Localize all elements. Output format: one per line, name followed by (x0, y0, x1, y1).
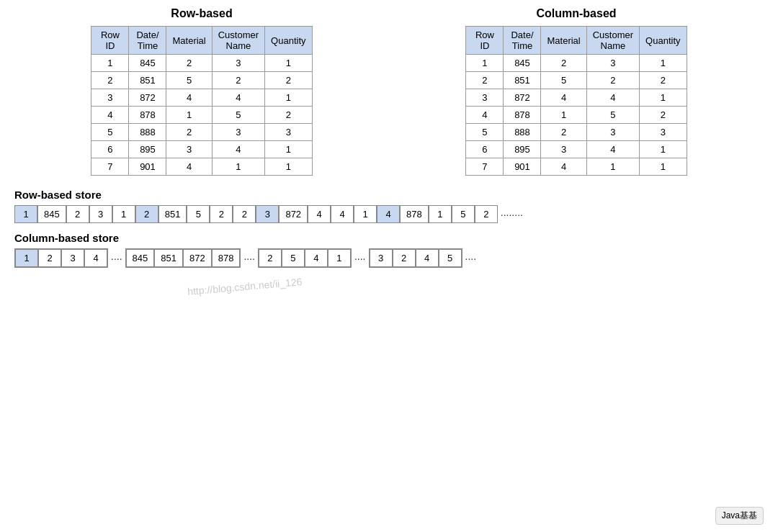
table-cell: 1 (166, 107, 212, 124)
col-header-customer: CustomerName (586, 27, 639, 55)
top-section: Row-based RowID Date/Time Material Custo… (14, 7, 764, 176)
col-header-date: Date/Time (504, 27, 541, 55)
store-cell: 2 (135, 205, 158, 223)
table-row: 3872441 (466, 89, 687, 107)
row-based-table-container: RowID Date/Time Material CustomerName Qu… (91, 26, 312, 176)
table-cell: 5 (466, 124, 504, 141)
table-cell: 3 (640, 124, 687, 141)
table-cell: 2 (265, 72, 312, 89)
store-cell: 845 (37, 205, 66, 223)
continuation-dots: ········ (501, 209, 523, 220)
store-cell: 5 (439, 249, 462, 267)
table-cell: 872 (504, 89, 541, 107)
table-row: 1845231 (466, 55, 687, 72)
table-cell: 3 (586, 55, 639, 72)
table-cell: 3 (265, 124, 312, 141)
continuation-dots: ···· (243, 253, 255, 264)
table-cell: 901 (129, 158, 166, 176)
table-row: 4878152 (466, 107, 687, 124)
table-cell: 3 (91, 89, 129, 107)
store-cell: 1 (112, 205, 135, 223)
table-cell: 1 (640, 89, 687, 107)
table-cell: 4 (466, 107, 504, 124)
brand-text: Java基基 (722, 510, 757, 520)
table-header-row: RowID Date/Time Material CustomerName Qu… (91, 27, 312, 55)
table-cell: 878 (504, 107, 541, 124)
table-cell: 888 (504, 124, 541, 141)
store-cell: 878 (212, 249, 241, 267)
table-cell: 5 (91, 124, 129, 141)
table-cell: 1 (541, 107, 586, 124)
table-cell: 4 (91, 107, 129, 124)
table-cell: 901 (504, 158, 541, 176)
row-based-title: Row-based (91, 7, 312, 20)
watermark: http://blog.csdn.net/ii_126 (187, 276, 303, 297)
table-cell: 851 (504, 72, 541, 89)
table-cell: 872 (129, 89, 166, 107)
col-store-section: Column-based store 1234····845851872878·… (14, 232, 764, 268)
store-cell: 3 (89, 205, 112, 223)
table-cell: 3 (466, 89, 504, 107)
col-store-title: Column-based store (14, 232, 764, 244)
col-store-group: 3245 (369, 248, 462, 268)
table-cell: 5 (541, 72, 586, 89)
col-store-group: 2541 (258, 248, 352, 268)
row-store-section: Row-based store 184523128515223872441487… (14, 189, 764, 223)
continuation-dots: ···· (354, 253, 366, 264)
store-cell: 2 (66, 205, 89, 223)
table-cell: 1 (466, 55, 504, 72)
table-cell: 3 (586, 124, 639, 141)
store-cell: 4 (331, 205, 354, 223)
store-cell: 872 (279, 205, 308, 223)
store-cell: 4 (305, 249, 328, 267)
store-cell: 2 (393, 249, 416, 267)
table-cell: 2 (91, 72, 129, 89)
store-cell: 1 (354, 205, 377, 223)
table-cell: 1 (91, 55, 129, 72)
store-cell: 5 (187, 205, 210, 223)
store-cell: 2 (259, 249, 282, 267)
row-store-cells: 1845231285152238724414878152········ (14, 205, 764, 223)
col-header-material: Material (541, 27, 586, 55)
continuation-dots: ···· (465, 253, 477, 264)
store-cell: 3 (370, 249, 393, 267)
table-cell: 4 (541, 89, 586, 107)
col-header-row-id: RowID (466, 27, 504, 55)
store-cell: 5 (452, 205, 475, 223)
table-cell: 4 (541, 158, 586, 176)
table-cell: 7 (91, 158, 129, 176)
table-cell: 5 (586, 107, 639, 124)
table-row: 6895341 (91, 141, 312, 158)
table-row: 2851522 (91, 72, 312, 89)
store-cell: 4 (377, 205, 400, 223)
store-cell: 878 (400, 205, 429, 223)
col-header-date: Date/Time (129, 27, 166, 55)
store-cell: 1 (15, 249, 38, 267)
table-cell: 2 (640, 72, 687, 89)
col-based-section: Column-based RowID Date/Time Material Cu… (465, 7, 687, 176)
store-cell: 2 (233, 205, 256, 223)
table-cell: 4 (212, 89, 264, 107)
store-cell: 3 (61, 249, 84, 267)
table-cell: 3 (212, 55, 264, 72)
store-cell: 4 (416, 249, 439, 267)
table-row: 7901411 (91, 158, 312, 176)
table-cell: 2 (466, 72, 504, 89)
table-cell: 851 (129, 72, 166, 89)
store-cell: 4 (84, 249, 107, 267)
table-header-row: RowID Date/Time Material CustomerName Qu… (466, 27, 687, 55)
table-cell: 1 (265, 158, 312, 176)
table-cell: 1 (265, 141, 312, 158)
brand-badge: Java基基 (715, 507, 764, 525)
col-store-group: 1234 (14, 248, 108, 268)
store-cell: 5 (282, 249, 305, 267)
table-cell: 1 (640, 55, 687, 72)
table-row: 5888233 (466, 124, 687, 141)
table-cell: 6 (91, 141, 129, 158)
table-cell: 895 (129, 141, 166, 158)
table-cell: 4 (166, 89, 212, 107)
table-cell: 4 (586, 89, 639, 107)
table-cell: 845 (504, 55, 541, 72)
col-store-cells: 1234····845851872878····2541····3245···· (14, 248, 764, 268)
table-cell: 2 (586, 72, 639, 89)
